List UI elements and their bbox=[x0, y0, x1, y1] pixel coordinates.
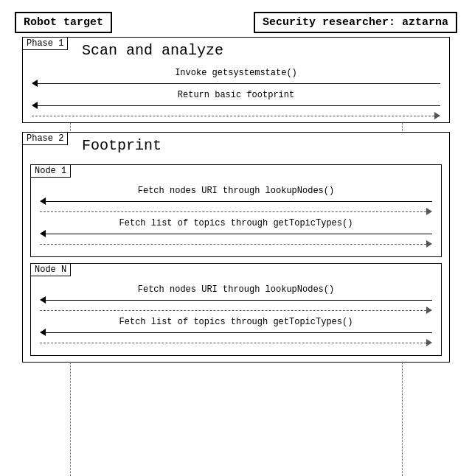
nodeN-arrow1 bbox=[31, 296, 441, 304]
arrowhead-right-n1-2 bbox=[426, 240, 432, 248]
arrow-line-nN-1 bbox=[46, 300, 432, 301]
node1-msg1-label: Fetch nodes URI through lookupNodes() bbox=[31, 186, 441, 196]
nodeN-content: Fetch nodes URI through lookupNodes() bbox=[31, 277, 441, 355]
arrowhead-right-nN-2 bbox=[426, 339, 432, 346]
arrow-line-n1-1 bbox=[46, 201, 432, 202]
arrowhead-right-nN-1 bbox=[426, 307, 432, 314]
nodeN-msg1-label: Fetch nodes URI through lookupNodes() bbox=[31, 284, 441, 295]
content-area: Phase 1 Scan and analyze Invoke getsyste… bbox=[22, 37, 450, 371]
nodeN-arrow4-dashed bbox=[40, 339, 432, 346]
phase2-label: Phase 2 bbox=[22, 132, 68, 145]
phase1-arrow3-dashed bbox=[32, 112, 440, 119]
arrowhead-left-2 bbox=[32, 102, 38, 109]
node1-arrow4 bbox=[31, 240, 441, 248]
nodeN-msg1: Fetch nodes URI through lookupNodes() bbox=[31, 284, 441, 304]
phase1-msg2: Return basic footprint bbox=[23, 90, 449, 109]
nodeN-msg2 bbox=[31, 307, 441, 314]
node1-content: Fetch nodes URI through lookupNodes() bbox=[31, 178, 441, 256]
node1-arrow1 bbox=[31, 197, 441, 205]
diagram-container: Robot target Security researcher: aztarn… bbox=[0, 0, 472, 476]
phase1-label: Phase 1 bbox=[22, 37, 68, 50]
nodeN-msg4 bbox=[31, 339, 441, 346]
phase1-msg3 bbox=[23, 112, 449, 119]
left-actor: Robot target bbox=[15, 12, 112, 33]
nodeN-arrow4 bbox=[31, 339, 441, 346]
right-actor: Security researcher: aztarna bbox=[254, 12, 457, 33]
phase1-arrow1-solid bbox=[32, 80, 440, 87]
node1-msg2 bbox=[31, 208, 441, 215]
nodeN-arrow2-dashed bbox=[40, 307, 432, 314]
node1-label: Node 1 bbox=[30, 164, 71, 178]
dashed-line-n1-1 bbox=[40, 211, 426, 212]
node1-box: Node 1 Fetch nodes URI through lookupNod… bbox=[30, 164, 442, 257]
nodeN-label: Node N bbox=[30, 263, 71, 276]
arrowhead-left-n1-1 bbox=[40, 197, 46, 205]
dashed-line-nN-1 bbox=[40, 310, 426, 311]
node1-arrow2 bbox=[31, 208, 441, 215]
node1-arrow4-dashed bbox=[40, 240, 432, 248]
node1-msg3-label: Fetch list of topics through getTopicTyp… bbox=[31, 218, 441, 228]
arrow-line-2 bbox=[38, 105, 440, 106]
nodeN-arrow3 bbox=[31, 329, 441, 336]
node1-msg1: Fetch nodes URI through lookupNodes() bbox=[31, 186, 441, 205]
phase1-msg2-label: Return basic footprint bbox=[23, 90, 449, 100]
node1-arrow2-dashed bbox=[40, 208, 432, 215]
arrow-line-n1-2 bbox=[46, 234, 432, 234]
node1-arrow3-solid bbox=[40, 230, 432, 237]
dashed-line-n1-2 bbox=[40, 244, 426, 245]
node1-msg3: Fetch list of topics through getTopicTyp… bbox=[31, 218, 441, 237]
phase1-arrow3 bbox=[23, 112, 449, 119]
phase1-arrow2 bbox=[23, 102, 449, 109]
arrowhead-left-nN-1 bbox=[40, 296, 46, 304]
phase1-msg1-label: Invoke getsystemstate() bbox=[23, 68, 449, 78]
phase1-msg1: Invoke getsystemstate() bbox=[23, 68, 449, 87]
arrowhead-left-n1-2 bbox=[40, 230, 46, 237]
arrow-line-nN-2 bbox=[46, 332, 432, 333]
header-row: Robot target Security researcher: aztarn… bbox=[0, 0, 472, 37]
dashed-line-1 bbox=[32, 116, 434, 116]
node1-arrow1-solid bbox=[40, 197, 432, 205]
arrowhead-left-nN-2 bbox=[40, 329, 46, 336]
phase1-arrow2-solid bbox=[32, 102, 440, 109]
phase1-title: Scan and analyze bbox=[82, 38, 449, 65]
arrowhead-right-n1-1 bbox=[426, 208, 432, 215]
nodeN-box: Node N Fetch nodes URI through lookupNod… bbox=[30, 263, 442, 356]
arrowhead-left-1 bbox=[32, 80, 38, 87]
node1-arrow3 bbox=[31, 230, 441, 237]
nodeN-arrow2 bbox=[31, 307, 441, 314]
arrowhead-right-1 bbox=[434, 112, 440, 119]
nodeN-msg3: Fetch list of topics through getTopicTyp… bbox=[31, 317, 441, 336]
phase1-box: Phase 1 Scan and analyze Invoke getsyste… bbox=[22, 37, 450, 123]
nodeN-arrow1-solid bbox=[40, 296, 432, 304]
phase1-arrow1 bbox=[23, 80, 449, 87]
arrow-line-1 bbox=[38, 83, 440, 84]
node1-msg4 bbox=[31, 240, 441, 248]
dashed-line-nN-2 bbox=[40, 343, 426, 343]
nodeN-arrow3-solid bbox=[40, 329, 432, 336]
phase2-box: Phase 2 Footprint Node 1 Fetch nodes URI… bbox=[22, 132, 450, 363]
phase2-title: Footprint bbox=[82, 133, 449, 160]
nodeN-msg3-label: Fetch list of topics through getTopicTyp… bbox=[31, 317, 441, 327]
